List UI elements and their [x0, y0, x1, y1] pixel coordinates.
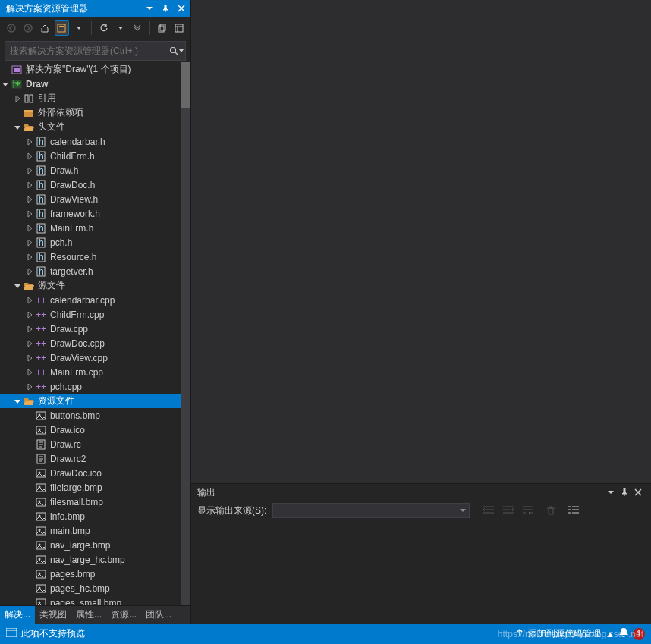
cpp-file-icon: ++ [35, 309, 47, 321]
svg-rect-57 [36, 527, 46, 535]
project-node[interactable]: +Draw [0, 77, 190, 91]
tree-label: MainFrm.h [50, 223, 93, 234]
header-file[interactable]: hChildFrm.h [0, 149, 190, 163]
list-icon[interactable] [565, 503, 582, 518]
header-file-icon: h [35, 136, 47, 148]
tab-resources[interactable]: 资源... [106, 606, 141, 624]
tab-solution-explorer[interactable]: 解决... [0, 606, 35, 624]
image-file-icon [35, 510, 47, 523]
svg-text:++: ++ [36, 324, 46, 335]
tab-class-view[interactable]: 类视图 [35, 606, 71, 624]
references-node[interactable]: 引用 [0, 91, 190, 105]
sources-folder[interactable]: 源文件 [0, 278, 190, 293]
source-file[interactable]: ++calendarbar.cpp [0, 293, 190, 307]
header-file[interactable]: hResource.h [0, 250, 190, 264]
external-deps-node[interactable]: 外部依赖项 [0, 105, 190, 120]
header-file[interactable]: hDrawDoc.h [0, 177, 190, 192]
back-icon[interactable] [5, 20, 18, 36]
header-file[interactable]: hpch.h [0, 235, 190, 250]
tree-label: Draw.rc [50, 439, 81, 450]
references-icon [23, 93, 35, 105]
notification-badge[interactable]: 1 [633, 628, 645, 640]
source-file[interactable]: ++MainFrm.cpp [0, 365, 190, 379]
tab-team[interactable]: 团队... [141, 606, 176, 624]
resource-file[interactable]: filesmall.bmp [0, 495, 190, 509]
resource-file[interactable]: nav_large.bmp [0, 538, 190, 552]
pin-icon[interactable] [618, 485, 631, 499]
indent-right-icon[interactable] [500, 503, 517, 518]
rc-file-icon [35, 453, 47, 465]
header-file[interactable]: hDrawView.h [0, 192, 190, 206]
source-file[interactable]: ++pch.cpp [0, 379, 190, 394]
cpp-file-icon: ++ [35, 352, 47, 364]
indent-left-icon[interactable] [480, 503, 497, 518]
svg-text:h: h [39, 266, 44, 277]
tree-scrollbar[interactable] [181, 62, 190, 605]
search-icon[interactable] [167, 46, 185, 55]
collapse-all-icon[interactable] [131, 20, 144, 36]
tree-label: MainFrm.cpp [50, 367, 103, 378]
properties-icon[interactable] [172, 20, 186, 36]
source-file[interactable]: ++DrawDoc.cpp [0, 336, 190, 350]
header-file-icon: h [35, 208, 47, 220]
resource-file[interactable]: Draw.ico [0, 423, 190, 437]
refresh-icon[interactable] [97, 20, 111, 36]
header-file[interactable]: hDraw.h [0, 163, 190, 177]
tab-properties[interactable]: 属性... [71, 606, 106, 624]
cpp-file-icon: ++ [35, 381, 47, 393]
svg-text:h: h [39, 194, 44, 205]
svg-point-0 [8, 24, 15, 32]
resources-folder[interactable]: 资源文件 [0, 394, 190, 408]
switch-views-icon[interactable] [55, 20, 68, 36]
resource-file[interactable]: main.bmp [0, 523, 190, 538]
svg-rect-45 [36, 426, 46, 434]
header-file-icon: h [35, 222, 47, 234]
pin-icon[interactable] [159, 2, 172, 15]
search-input[interactable] [5, 46, 167, 56]
chevron-down-icon[interactable] [114, 20, 127, 36]
dropdown-icon[interactable] [604, 485, 618, 499]
resource-file[interactable]: pages_small.bmp [0, 595, 190, 605]
home-icon[interactable] [38, 20, 52, 36]
resource-file[interactable]: info.bmp [0, 509, 190, 523]
resource-file[interactable]: pages_hc.bmp [0, 581, 190, 595]
resource-file[interactable]: DrawDoc.ico [0, 466, 190, 480]
resource-file[interactable]: Draw.rc2 [0, 451, 190, 466]
svg-text:h: h [39, 137, 44, 147]
svg-rect-69 [6, 628, 17, 637]
source-file[interactable]: ++ChildFrm.cpp [0, 307, 190, 322]
clear-icon[interactable] [542, 503, 559, 518]
window-icon [6, 628, 17, 639]
output-source-select[interactable] [272, 503, 470, 518]
svg-rect-63 [36, 570, 46, 578]
status-text: 此项不支持预览 [21, 627, 85, 640]
source-control-text[interactable]: 添加到源代码管理 [528, 627, 601, 640]
forward-icon[interactable] [21, 20, 35, 36]
chevron-down-icon[interactable] [72, 20, 86, 36]
header-file[interactable]: hcalendarbar.h [0, 134, 190, 149]
dropdown-icon[interactable] [143, 2, 156, 15]
header-file[interactable]: hframework.h [0, 206, 190, 221]
word-wrap-icon[interactable] [520, 503, 536, 518]
scrollbar-thumb[interactable] [181, 62, 190, 108]
publish-icon[interactable] [516, 628, 524, 639]
resource-file[interactable]: buttons.bmp [0, 408, 190, 423]
tree-label: filesmall.bmp [50, 497, 103, 507]
source-file[interactable]: ++DrawView.cpp [0, 350, 190, 365]
cpp-file-icon: ++ [35, 294, 47, 306]
header-file[interactable]: htargetver.h [0, 264, 190, 278]
resource-file[interactable]: filelarge.bmp [0, 480, 190, 495]
close-icon[interactable] [631, 485, 645, 499]
solution-node[interactable]: 解决方案"Draw"(1 个项目) [0, 62, 190, 77]
search-box[interactable] [5, 41, 186, 61]
resource-file[interactable]: pages.bmp [0, 567, 190, 581]
header-file[interactable]: hMainFrm.h [0, 221, 190, 235]
notifications-icon[interactable] [619, 627, 628, 640]
source-file[interactable]: ++Draw.cpp [0, 322, 190, 336]
resource-file[interactable]: Draw.rc [0, 437, 190, 451]
headers-folder[interactable]: 头文件 [0, 120, 190, 134]
show-all-files-icon[interactable] [156, 20, 169, 36]
close-icon[interactable] [175, 2, 188, 15]
resource-file[interactable]: nav_large_hc.bmp [0, 552, 190, 567]
chevron-up-icon[interactable]: ▲ [605, 629, 615, 639]
